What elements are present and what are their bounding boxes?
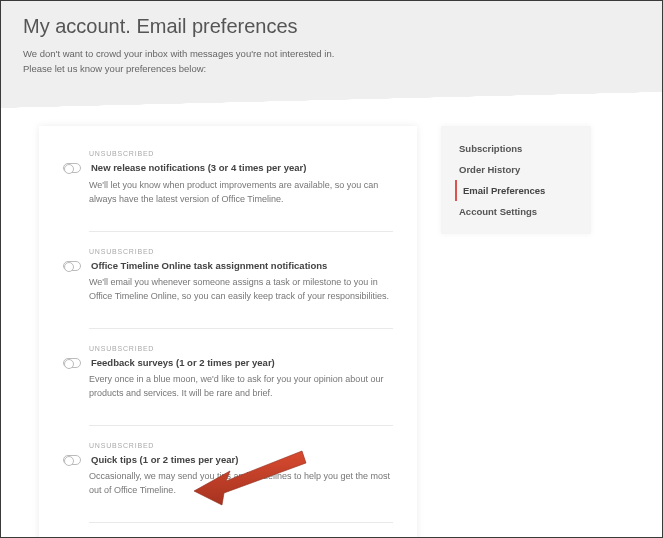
pref-title: Feedback surveys (1 or 2 times per year) [91,356,275,369]
divider [89,522,393,523]
pref-title: New release notifications (3 or 4 times … [91,161,306,174]
pref-title: Quick tips (1 or 2 times per year) [91,453,238,466]
toggle-switch[interactable] [63,358,81,368]
pref-item: UNSUBSCRIBED New release notifications (… [63,144,393,220]
sidebar-item-subscriptions[interactable]: Subscriptions [455,138,577,159]
pref-desc: We'll let you know when product improvem… [89,179,393,207]
divider [89,328,393,329]
status-label: UNSUBSCRIBED [89,248,393,255]
status-label: UNSUBSCRIBED [89,442,393,449]
toggle-switch[interactable] [63,163,81,173]
divider [89,425,393,426]
toggle-switch[interactable] [63,261,81,271]
content-wrap: UNSUBSCRIBED New release notifications (… [1,100,662,538]
sidebar-item-email-preferences[interactable]: Email Preferences [455,180,577,201]
pref-desc: We'll email you whenever someone assigns… [89,276,393,304]
sidebar-item-order-history[interactable]: Order History [455,159,577,180]
sidebar-item-account-settings[interactable]: Account Settings [455,201,577,222]
pref-item: UNSUBSCRIBED Feedback surveys (1 or 2 ti… [63,339,393,415]
page-subtitle-2: Please let us know your preferences belo… [23,61,640,76]
page-header: My account. Email preferences We don't w… [1,1,662,100]
pref-item: UNSUBSCRIBED Quick tips (1 or 2 times pe… [63,436,393,512]
divider [89,231,393,232]
page-subtitle-1: We don't want to crowd your inbox with m… [23,46,640,61]
status-label: UNSUBSCRIBED [89,345,393,352]
sidebar-nav: Subscriptions Order History Email Prefer… [441,126,591,234]
status-label: UNSUBSCRIBED [89,150,393,157]
pref-item: UNSUBSCRIBED Office Timeline Online task… [63,242,393,318]
toggle-switch[interactable] [63,455,81,465]
page-title: My account. Email preferences [23,15,640,38]
pref-title: Office Timeline Online task assignment n… [91,259,327,272]
pref-desc: Occasionally, we may send you tips and g… [89,470,393,498]
preferences-card: UNSUBSCRIBED New release notifications (… [39,126,417,538]
pref-desc: Every once in a blue moon, we'd like to … [89,373,393,401]
